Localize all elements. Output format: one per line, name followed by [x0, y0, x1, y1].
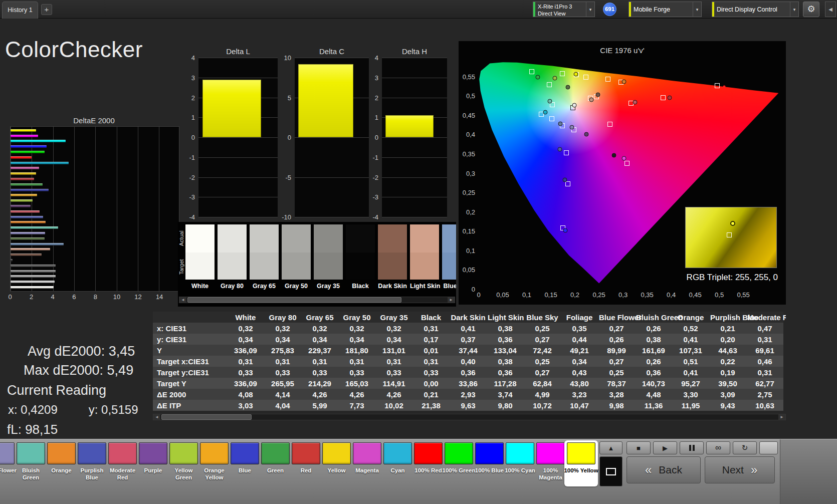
table-scrollbar[interactable]: ◄ ►	[153, 414, 786, 420]
table-row: y: CIE310,340,340,340,340,340,170,370,36…	[153, 334, 783, 345]
back-button[interactable]: « Back	[626, 456, 701, 483]
de-bar	[11, 221, 46, 223]
pause-icon[interactable]	[680, 441, 704, 454]
pattern-button-yellow[interactable]: Yellow	[322, 442, 351, 489]
value-cell: 0,31	[301, 356, 338, 367]
value-cell: 140,73	[635, 378, 672, 389]
pattern-button-purplish-blue[interactable]: Purplish Blue	[78, 442, 106, 489]
meter-dropdown[interactable]: X-Rite i1Pro 3 Direct View ▾	[533, 2, 595, 17]
pattern-button-bluish-green[interactable]: Bluish Green	[17, 442, 45, 489]
column-header: Blue Sky	[524, 312, 561, 323]
pattern-button-100-green[interactable]: 100% Green	[445, 442, 473, 489]
row-label-cell: Target y:CIE31	[153, 367, 227, 378]
axis-tick-label: 6	[72, 293, 76, 301]
delta-bar	[385, 115, 434, 137]
scroll-right-icon[interactable]: ►	[778, 414, 785, 420]
axis-tick-label: 0	[477, 291, 480, 299]
stop-icon[interactable]: ■	[626, 441, 651, 454]
value-cell: 0,31	[227, 356, 264, 367]
top-bar: History 1 + X-Rite i1Pro 3 Direct View ▾…	[0, 0, 837, 19]
column-header: Moderate Red	[746, 312, 783, 323]
patch-label: Blue Sky	[442, 283, 456, 290]
value-cell: 0,31	[746, 367, 783, 378]
up-arrow-button[interactable]: ▲	[599, 441, 622, 454]
play-icon[interactable]: ▶	[653, 441, 677, 454]
scrollbar-track[interactable]	[160, 414, 778, 420]
value-cell: 0,17	[412, 334, 450, 345]
row-label-cell: Y	[153, 345, 227, 356]
next-button[interactable]: Next »	[705, 456, 775, 483]
patch-label: Gray 65	[250, 283, 279, 290]
display-control-dropdown[interactable]: Direct Display Control ▾	[712, 2, 799, 17]
axis-tick-label: 5	[288, 94, 291, 101]
scroll-right-icon[interactable]: ►	[448, 297, 455, 303]
value-cell: 0,22	[709, 356, 746, 367]
axis-tick-label: 3	[191, 74, 195, 81]
axis-tick-label: 0,5	[715, 291, 724, 299]
tab-history-1[interactable]: History 1	[2, 2, 38, 19]
pattern-button-red[interactable]: Red	[292, 442, 320, 489]
pattern-button-purple[interactable]: Purple	[139, 442, 167, 489]
column-header: Gray 65	[301, 312, 338, 323]
cie-target-point	[547, 82, 552, 87]
axis-tick-label: 0,3	[618, 291, 627, 299]
pattern-button-blue[interactable]: Blue	[231, 442, 259, 489]
chevron-down-icon[interactable]: ▾	[693, 2, 701, 17]
pattern-button-magenta[interactable]: Magenta	[353, 442, 381, 489]
chevron-down-icon[interactable]: ▾	[790, 2, 798, 17]
cie-measured-point	[573, 72, 578, 76]
value-cell: 161,69	[635, 345, 672, 356]
axis-tick-label: -1	[189, 153, 195, 161]
value-cell: 4,26	[375, 389, 412, 400]
scrollbar-track[interactable]	[186, 297, 448, 303]
value-cell: 0,43	[561, 367, 598, 378]
value-cell: 0,25	[524, 356, 561, 367]
value-cell: 3,30	[672, 389, 709, 400]
app-window: History 1 + X-Rite i1Pro 3 Direct View ▾…	[0, 0, 837, 504]
axis-tick-label: 0,4	[466, 131, 475, 138]
value-cell: 0,31	[375, 356, 412, 367]
pattern-source-dropdown[interactable]: Mobile Forge ▾	[629, 2, 702, 17]
de-bar-row	[11, 226, 179, 229]
pattern-swatch	[169, 442, 198, 464]
extra-transport-button[interactable]	[759, 441, 778, 454]
row-label-cell: Target x:CIE31	[153, 356, 227, 367]
pattern-button-100-yellow[interactable]: 100% Yellow	[567, 442, 595, 489]
current-x-value: x: 0,4209	[8, 403, 58, 417]
scrollbar-thumb[interactable]	[161, 414, 252, 420]
swatch-strip-scrollbar[interactable]: ◄ ►	[179, 297, 455, 303]
pattern-button-orange[interactable]: Orange	[47, 442, 76, 489]
scroll-left-icon[interactable]: ◄	[153, 414, 160, 420]
pattern-button-yellow-green[interactable]: Yellow Green	[169, 442, 198, 489]
value-cell: 4,26	[338, 389, 375, 400]
pattern-button-blue-flower[interactable]: Blue Flower	[0, 442, 15, 489]
pattern-toolbar: Blue FlowerBluish GreenOrangePurplish Bl…	[0, 439, 837, 504]
loop-icon[interactable]: ↻	[733, 441, 757, 454]
gridline	[295, 137, 369, 138]
axis-tick-label: 3	[375, 74, 378, 81]
patch-target-swatch	[346, 253, 375, 280]
pattern-button-100-cyan[interactable]: 100% Cyan	[506, 442, 534, 489]
scrollbar-thumb[interactable]	[187, 297, 401, 303]
gear-icon[interactable]: ⚙	[803, 2, 819, 17]
chevron-down-icon[interactable]: ▾	[586, 2, 594, 17]
add-tab-button[interactable]: +	[41, 4, 52, 15]
value-cell: 181,80	[338, 345, 375, 356]
pattern-button-100-magenta[interactable]: 100% Magenta	[536, 442, 565, 489]
axis-tick-label: 0	[8, 293, 12, 301]
avg-de2000-stat: Avg dE2000: 3,45	[28, 344, 135, 359]
pattern-button-cyan[interactable]: Cyan	[383, 442, 412, 489]
pattern-button-100-red[interactable]: 100% Red	[414, 442, 443, 489]
infinity-icon[interactable]: ∞	[706, 441, 730, 454]
pattern-button-orange-yellow[interactable]: Orange Yellow	[200, 442, 229, 489]
scroll-left-icon[interactable]: ◄	[179, 297, 186, 303]
axis-tick-label: 10	[284, 54, 291, 62]
column-header: White	[227, 312, 264, 323]
axis-tick-label: 0	[375, 134, 378, 141]
pattern-button-100-blue[interactable]: 100% Blue	[475, 442, 504, 489]
display-window-toggle[interactable]	[599, 456, 622, 486]
cie-measured-point	[596, 92, 600, 97]
pattern-button-moderate-red[interactable]: Moderate Red	[108, 442, 137, 489]
collapse-panel-icon[interactable]: ◀	[825, 2, 836, 17]
pattern-button-green[interactable]: Green	[261, 442, 290, 489]
